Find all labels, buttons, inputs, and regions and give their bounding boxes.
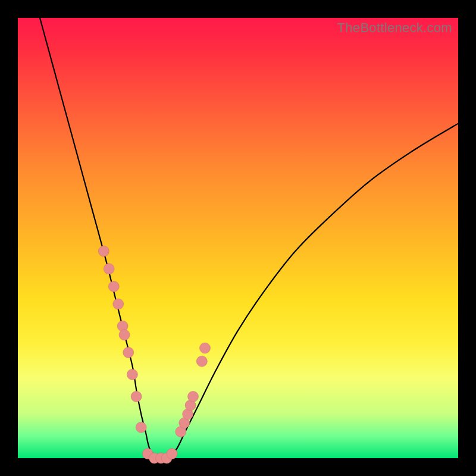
highlight-dot: [127, 369, 137, 380]
highlight-dot: [136, 422, 146, 433]
highlight-dot: [119, 330, 130, 340]
chart-area: TheBottleneck.com: [18, 18, 458, 458]
highlight-dot: [104, 264, 114, 274]
highlight-dot: [98, 246, 109, 256]
highlight-dot: [113, 299, 124, 309]
highlight-dot: [196, 356, 207, 367]
chart-svg: [18, 18, 458, 458]
highlight-dot: [200, 343, 211, 353]
highlight-dot: [188, 391, 199, 402]
highlight-dot: [123, 347, 134, 358]
watermark-text: TheBottleneck.com: [337, 20, 452, 36]
highlight-dot: [108, 281, 119, 292]
highlight-dot: [167, 449, 177, 459]
bottleneck-curve: [40, 18, 458, 459]
highlight-dot: [131, 391, 142, 402]
highlight-dots-group: [98, 246, 210, 464]
